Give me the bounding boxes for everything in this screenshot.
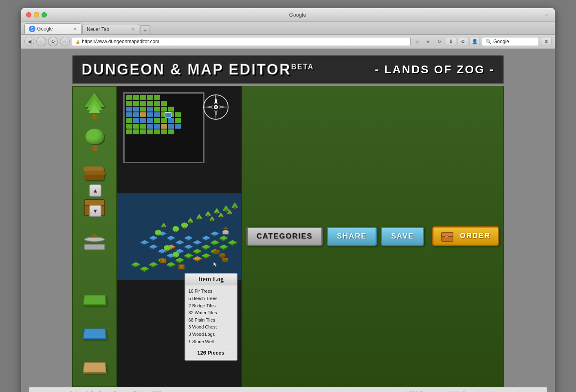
reload-button[interactable]: ↻	[48, 37, 58, 46]
svg-point-156	[223, 230, 229, 233]
close-button[interactable]	[26, 12, 31, 18]
search-box[interactable]: 🔍 Google	[482, 37, 539, 46]
browser-content: DUNGEON & MAP EDITORBETA - LANDS OF ZOG …	[21, 49, 555, 392]
tab-close-icon[interactable]: ✕	[73, 26, 77, 32]
svg-rect-194	[161, 118, 167, 123]
game-header: DUNGEON & MAP EDITORBETA - LANDS OF ZOG …	[72, 55, 504, 84]
svg-rect-178	[154, 107, 160, 112]
fir-tree-icon	[82, 93, 107, 119]
scroll-down-button[interactable]: ▼	[89, 205, 101, 217]
item-log-entry-3: 2 Bridge Tiles	[189, 302, 233, 310]
plain-tile-icon	[83, 295, 106, 305]
svg-rect-177	[147, 107, 153, 112]
svg-point-154	[222, 260, 228, 262]
refresh-icon[interactable]: ↻	[435, 37, 444, 46]
menu-icon[interactable]: ≡	[541, 37, 552, 46]
svg-rect-180	[168, 107, 174, 112]
svg-rect-168	[126, 101, 132, 106]
game-body: ▲ ▼	[72, 86, 504, 387]
svg-rect-201	[154, 124, 160, 129]
svg-rect-144	[181, 266, 182, 267]
wood-logs-icon	[84, 166, 106, 181]
svg-marker-120	[220, 216, 222, 217]
svg-rect-204	[175, 124, 181, 129]
sidebar-item-stone-well[interactable]	[78, 226, 111, 256]
svg-rect-205	[126, 129, 132, 134]
new-tab-button[interactable]: +	[140, 25, 150, 34]
svg-marker-108	[216, 212, 218, 214]
scroll-up-button[interactable]: ▲	[89, 184, 101, 197]
home-button[interactable]: ⌂	[60, 37, 70, 46]
svg-rect-172	[154, 101, 160, 106]
extensions-icon[interactable]: ⚙	[457, 37, 468, 46]
svg-rect-170	[140, 101, 146, 106]
svg-rect-165	[140, 95, 146, 100]
title-bar: Google ⤢	[21, 8, 555, 22]
bookmark-icon[interactable]: ☆	[413, 37, 422, 46]
sidebar-item-beech-tree[interactable]	[78, 125, 111, 155]
svg-rect-196	[175, 118, 181, 123]
tab-close-icon-2[interactable]: ✕	[131, 27, 135, 32]
svg-marker-96	[163, 226, 165, 228]
sidebar-item-water-tile[interactable]	[78, 318, 111, 348]
game-title: DUNGEON & MAP EDITORBETA	[81, 61, 314, 78]
svg-rect-185	[154, 112, 160, 117]
item-log-entry-6: 3 Wood Chest	[189, 324, 233, 331]
share-button[interactable]: SHARE	[327, 227, 377, 246]
sidebar-item-bridge-tile[interactable]	[78, 352, 111, 382]
svg-marker-114	[234, 206, 236, 209]
download-icon[interactable]: ⬇	[446, 37, 456, 46]
svg-rect-191	[140, 118, 146, 123]
svg-rect-193	[154, 118, 160, 123]
avatar-icon[interactable]: 👤	[469, 37, 480, 46]
svg-rect-163	[126, 95, 132, 100]
browser-window: Google ⤢ G Google ✕ Neuer Tab ✕ + ◀ ▶ ↻ …	[21, 8, 555, 392]
svg-marker-129	[175, 231, 176, 232]
fullscreen-icon[interactable]: ⤢	[543, 11, 550, 18]
item-log-divider	[189, 347, 233, 347]
item-log-entry-5: 68 Plain Tiles	[189, 317, 233, 324]
save-button[interactable]: SAVE	[381, 227, 424, 246]
beech-tree-icon	[84, 129, 106, 151]
compass	[203, 94, 229, 120]
svg-rect-210	[161, 129, 167, 134]
item-log: Item Log 16 Fir Trees 5 Beech Trees 2 Br…	[185, 273, 237, 361]
svg-marker-117	[211, 219, 213, 221]
maximize-button[interactable]	[42, 12, 47, 18]
svg-marker-105	[207, 215, 209, 217]
stone-well-icon	[84, 233, 105, 250]
tab-neuer[interactable]: Neuer Tab ✕	[82, 24, 139, 34]
item-log-entry-4: 32 Water Tiles	[189, 309, 233, 317]
categories-button[interactable]: CATEGORIES	[246, 227, 323, 246]
svg-rect-190	[133, 118, 139, 123]
forward-button[interactable]: ▶	[36, 37, 46, 46]
svg-rect-206	[133, 129, 139, 134]
item-log-entry-8: 1 Stone Well	[189, 338, 233, 346]
item-log-entry-2: 5 Beech Trees	[189, 295, 233, 302]
toolbar-icons: ⬇ ⚙ 👤	[446, 37, 480, 46]
url-text: https://www.dungeonmapeditor.com	[82, 39, 159, 44]
back-button[interactable]: ◀	[24, 37, 34, 46]
window-title: Google	[52, 12, 543, 18]
main-canvas[interactable]: Item Log 16 Fir Trees 5 Beech Trees 2 Br…	[117, 86, 242, 387]
tab-neuer-label: Neuer Tab	[87, 26, 109, 32]
sidebar-item-fir-tree[interactable]	[78, 91, 111, 121]
svg-point-128	[173, 226, 179, 231]
svg-rect-189	[126, 118, 132, 123]
sidebar-item-plain-tile[interactable]	[78, 284, 111, 315]
order-button[interactable]: ORDER	[432, 226, 499, 246]
url-bar[interactable]: 🔒 https://www.dungeonmapeditor.com	[72, 37, 411, 46]
svg-rect-202	[161, 124, 167, 129]
svg-rect-192	[147, 118, 153, 123]
svg-point-151	[220, 255, 225, 258]
svg-rect-203	[168, 124, 174, 129]
svg-rect-200	[147, 124, 153, 129]
svg-marker-102	[198, 218, 200, 220]
item-log-entry-1: 16 Fir Trees	[189, 288, 233, 295]
tab-google[interactable]: G Google ✕	[24, 23, 81, 34]
bookmark-filled-icon[interactable]: ★	[424, 37, 433, 46]
svg-rect-195	[168, 118, 174, 123]
minimize-button[interactable]	[34, 12, 39, 18]
svg-rect-173	[161, 101, 167, 106]
bottom-bar: CATEGORIES SHARE SAVE ORDER	[242, 86, 504, 387]
